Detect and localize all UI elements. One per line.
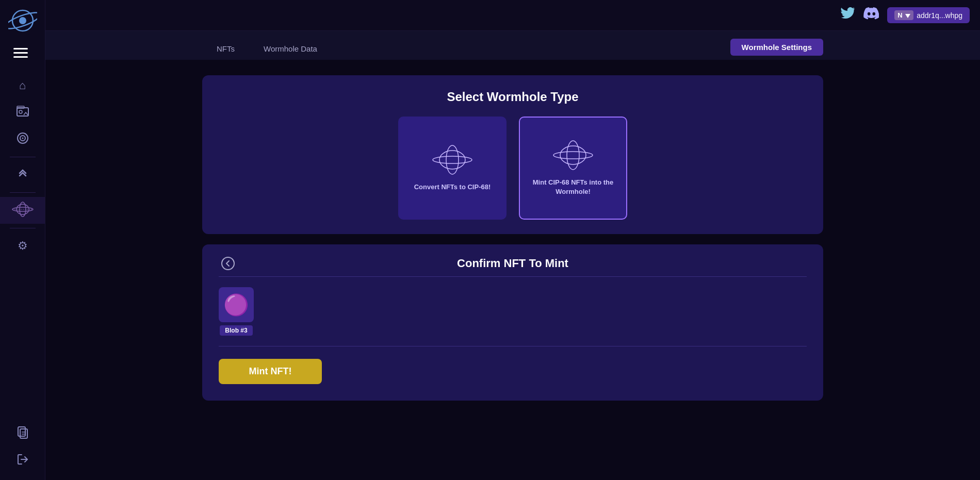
svg-point-2 (19, 17, 26, 24)
sidebar-item-documents[interactable] (0, 420, 45, 447)
divider-1 (10, 157, 36, 157)
svg-point-20 (446, 145, 459, 174)
convert-option-label: Convert NFTs to CIP-68! (409, 183, 496, 192)
documents-icon (17, 426, 28, 441)
svg-point-21 (553, 152, 593, 159)
sidebar-item-wormhole[interactable] (0, 197, 45, 224)
tab-wormhole-data[interactable]: Wormhole Data (249, 39, 332, 60)
tab-bar: NFTs Wormhole Data Wormhole Settings (45, 31, 980, 60)
mint-option-label: Mint CIP-68 NFTs into the Wormhole! (520, 178, 626, 196)
divider-2 (10, 192, 36, 193)
wallet-button[interactable]: N addr1q...whpg (887, 7, 970, 23)
svg-point-5 (19, 110, 22, 113)
nft-item: 🟣 Blob #3 (219, 287, 254, 336)
wormhole-icon (11, 202, 34, 219)
wallet-address: addr1q...whpg (917, 11, 962, 20)
settings-icon: ⚙ (18, 240, 28, 252)
header: N addr1q...whpg (45, 0, 980, 31)
wormhole-settings-button[interactable]: Wormhole Settings (730, 39, 823, 56)
sidebar-item-target[interactable] (0, 126, 45, 153)
sidebar-item-home[interactable]: ⌂ (0, 72, 45, 99)
sidebar-item-logout[interactable] (0, 447, 45, 474)
divider-3 (10, 228, 36, 228)
wormhole-options: Convert NFTs to CIP-68! Mint CIP-68 NFTs… (219, 117, 807, 220)
home-icon: ⌂ (19, 80, 26, 91)
logo[interactable] (8, 6, 37, 35)
svg-point-18 (433, 156, 472, 163)
twitter-icon[interactable] (841, 7, 855, 23)
select-wormhole-title: Select Wormhole Type (219, 90, 807, 104)
menu-icon[interactable] (11, 43, 34, 62)
sidebar-item-settings[interactable]: ⚙ (0, 233, 45, 259)
nft-label: Blob #3 (220, 325, 252, 336)
sidebar-item-gallery[interactable] (0, 99, 45, 126)
confirm-divider-bottom (219, 346, 807, 346)
svg-point-19 (439, 151, 465, 169)
discord-icon[interactable] (863, 7, 879, 23)
nft-image: 🟣 (219, 287, 254, 322)
gallery-icon (17, 106, 29, 119)
svg-point-24 (222, 257, 234, 270)
confirm-nft-title: Confirm NFT To Mint (457, 257, 568, 270)
page-content: Select Wormhole Type Convert NFTs to CIP… (45, 60, 980, 480)
select-wormhole-card: Select Wormhole Type Convert NFTs to CIP… (202, 75, 823, 234)
main-content: N addr1q...whpg NFTs Wormhole Data Wormh… (45, 0, 980, 480)
confirm-nft-card: Confirm NFT To Mint 🟣 Blob #3 Mint NFT! (202, 244, 823, 401)
svg-rect-13 (18, 427, 25, 436)
wormhole-mint-icon (552, 140, 594, 171)
sidebar-item-upgrade[interactable] (0, 161, 45, 188)
svg-point-8 (22, 138, 23, 139)
mint-nft-button[interactable]: Mint NFT! (219, 359, 322, 384)
back-button[interactable] (219, 254, 237, 273)
confirm-divider-top (219, 276, 807, 277)
target-icon (17, 132, 29, 146)
chevron-up-icon (17, 168, 29, 182)
wormhole-option-mint[interactable]: Mint CIP-68 NFTs into the Wormhole! (519, 117, 627, 220)
svg-point-22 (560, 146, 586, 164)
sidebar: ⌂ (0, 0, 45, 480)
confirm-header: Confirm NFT To Mint (219, 257, 807, 270)
wallet-network-badge: N (894, 10, 913, 20)
wormhole-option-convert[interactable]: Convert NFTs to CIP-68! (398, 117, 507, 220)
svg-rect-14 (20, 429, 27, 438)
tab-nfts[interactable]: NFTs (202, 39, 249, 60)
svg-point-23 (567, 141, 579, 170)
logout-icon (17, 453, 29, 468)
wormhole-convert-icon (432, 144, 473, 175)
